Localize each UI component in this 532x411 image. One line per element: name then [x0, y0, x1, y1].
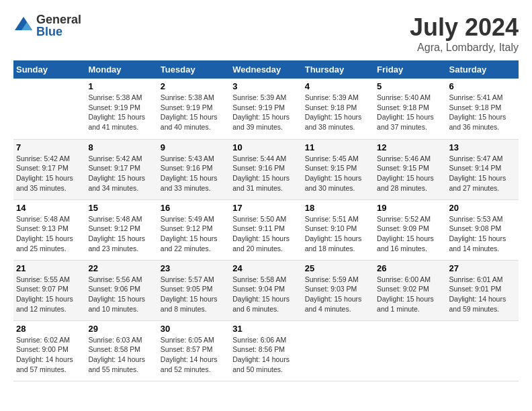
calendar-cell: 9Sunrise: 5:43 AMSunset: 9:16 PMDaylight… [158, 139, 230, 199]
day-number: 14 [16, 203, 83, 213]
day-info: Sunrise: 5:55 AMSunset: 9:07 PMDaylight:… [16, 275, 83, 314]
day-number: 23 [161, 263, 227, 273]
header-sunday: Sunday [13, 60, 85, 79]
day-info: Sunrise: 5:39 AMSunset: 9:19 PMDaylight:… [232, 93, 299, 132]
header: General Blue July 2024 Agra, Lombardy, I… [13, 13, 519, 54]
calendar-body: 1Sunrise: 5:38 AMSunset: 9:19 PMDaylight… [13, 79, 519, 381]
day-number: 5 [377, 81, 443, 91]
calendar-cell: 21Sunrise: 5:55 AMSunset: 9:07 PMDayligh… [13, 260, 85, 320]
header-wednesday: Wednesday [230, 60, 302, 79]
calendar-cell: 28Sunrise: 6:02 AMSunset: 9:00 PMDayligh… [13, 320, 85, 381]
day-number: 1 [88, 81, 154, 91]
day-info: Sunrise: 5:45 AMSunset: 9:15 PMDaylight:… [305, 154, 371, 193]
day-number: 20 [449, 203, 516, 213]
day-info: Sunrise: 5:49 AMSunset: 9:12 PMDaylight:… [161, 214, 227, 254]
header-monday: Monday [85, 60, 157, 79]
day-number: 3 [232, 81, 299, 91]
calendar-cell: 16Sunrise: 5:49 AMSunset: 9:12 PMDayligh… [158, 199, 230, 260]
day-number: 4 [305, 81, 371, 91]
header-saturday: Saturday [447, 60, 519, 79]
day-number: 16 [161, 203, 227, 213]
calendar-cell: 1Sunrise: 5:38 AMSunset: 9:19 PMDaylight… [85, 79, 157, 139]
day-info: Sunrise: 5:46 AMSunset: 9:15 PMDaylight:… [377, 154, 443, 193]
week-row-3: 14Sunrise: 5:48 AMSunset: 9:13 PMDayligh… [13, 199, 519, 260]
month-title: July 2024 [410, 13, 519, 42]
day-info: Sunrise: 5:51 AMSunset: 9:10 PMDaylight:… [305, 214, 371, 254]
calendar-cell: 18Sunrise: 5:51 AMSunset: 9:10 PMDayligh… [302, 199, 374, 260]
day-number: 10 [232, 142, 299, 152]
day-info: Sunrise: 6:06 AMSunset: 8:56 PMDaylight:… [232, 335, 299, 375]
calendar-cell: 19Sunrise: 5:52 AMSunset: 9:09 PMDayligh… [374, 199, 446, 260]
week-row-2: 7Sunrise: 5:42 AMSunset: 9:17 PMDaylight… [13, 139, 519, 199]
calendar-cell: 7Sunrise: 5:42 AMSunset: 9:17 PMDaylight… [13, 139, 85, 199]
day-number: 8 [88, 142, 154, 152]
calendar-cell: 26Sunrise: 6:00 AMSunset: 9:02 PMDayligh… [374, 260, 446, 320]
day-number: 15 [88, 203, 154, 213]
day-number: 7 [16, 142, 83, 152]
calendar-cell: 15Sunrise: 5:48 AMSunset: 9:12 PMDayligh… [85, 199, 157, 260]
week-row-4: 21Sunrise: 5:55 AMSunset: 9:07 PMDayligh… [13, 260, 519, 320]
day-info: Sunrise: 6:00 AMSunset: 9:02 PMDaylight:… [377, 275, 443, 314]
day-info: Sunrise: 5:52 AMSunset: 9:09 PMDaylight:… [377, 214, 443, 254]
calendar-cell [374, 320, 446, 381]
day-info: Sunrise: 5:43 AMSunset: 9:16 PMDaylight:… [161, 154, 227, 193]
calendar-cell: 14Sunrise: 5:48 AMSunset: 9:13 PMDayligh… [13, 199, 85, 260]
calendar-cell: 5Sunrise: 5:40 AMSunset: 9:18 PMDaylight… [374, 79, 446, 139]
header-thursday: Thursday [302, 60, 374, 79]
calendar-cell: 31Sunrise: 6:06 AMSunset: 8:56 PMDayligh… [230, 320, 302, 381]
logo-general: General [36, 13, 81, 26]
day-number: 11 [305, 142, 371, 152]
day-info: Sunrise: 5:39 AMSunset: 9:18 PMDaylight:… [305, 93, 371, 132]
day-number: 6 [449, 81, 516, 91]
day-info: Sunrise: 5:42 AMSunset: 9:17 PMDaylight:… [16, 154, 83, 193]
day-info: Sunrise: 5:44 AMSunset: 9:16 PMDaylight:… [232, 154, 299, 193]
header-row: SundayMondayTuesdayWednesdayThursdayFrid… [13, 60, 519, 79]
day-info: Sunrise: 5:53 AMSunset: 9:08 PMDaylight:… [449, 214, 516, 254]
day-info: Sunrise: 6:05 AMSunset: 8:57 PMDaylight:… [161, 335, 227, 375]
day-number: 2 [161, 81, 227, 91]
title-area: July 2024 Agra, Lombardy, Italy [410, 13, 519, 54]
day-number: 18 [305, 203, 371, 213]
day-info: Sunrise: 5:41 AMSunset: 9:18 PMDaylight:… [449, 93, 516, 132]
day-info: Sunrise: 6:01 AMSunset: 9:01 PMDaylight:… [449, 275, 516, 314]
calendar-cell: 13Sunrise: 5:47 AMSunset: 9:14 PMDayligh… [447, 139, 519, 199]
location-title: Agra, Lombardy, Italy [410, 42, 519, 54]
day-info: Sunrise: 6:02 AMSunset: 9:00 PMDaylight:… [16, 335, 83, 375]
day-info: Sunrise: 6:03 AMSunset: 8:58 PMDaylight:… [88, 335, 154, 375]
calendar-cell: 12Sunrise: 5:46 AMSunset: 9:15 PMDayligh… [374, 139, 446, 199]
day-number: 29 [88, 324, 154, 334]
calendar-cell [447, 320, 519, 381]
calendar-cell: 4Sunrise: 5:39 AMSunset: 9:18 PMDaylight… [302, 79, 374, 139]
calendar-cell: 11Sunrise: 5:45 AMSunset: 9:15 PMDayligh… [302, 139, 374, 199]
day-number: 9 [161, 142, 227, 152]
calendar-cell: 3Sunrise: 5:39 AMSunset: 9:19 PMDaylight… [230, 79, 302, 139]
day-info: Sunrise: 5:56 AMSunset: 9:06 PMDaylight:… [88, 275, 154, 314]
day-info: Sunrise: 5:40 AMSunset: 9:18 PMDaylight:… [377, 93, 443, 132]
calendar-table: SundayMondayTuesdayWednesdayThursdayFrid… [13, 60, 519, 381]
day-number: 12 [377, 142, 443, 152]
day-number: 26 [377, 263, 443, 273]
day-number: 28 [16, 324, 83, 334]
calendar-cell: 25Sunrise: 5:59 AMSunset: 9:03 PMDayligh… [302, 260, 374, 320]
day-number: 13 [449, 142, 516, 152]
calendar-cell: 8Sunrise: 5:42 AMSunset: 9:17 PMDaylight… [85, 139, 157, 199]
logo: General Blue [13, 13, 81, 38]
calendar-cell: 2Sunrise: 5:38 AMSunset: 9:19 PMDaylight… [158, 79, 230, 139]
calendar-cell: 22Sunrise: 5:56 AMSunset: 9:06 PMDayligh… [85, 260, 157, 320]
day-number: 31 [232, 324, 299, 334]
calendar-cell [13, 79, 85, 139]
day-number: 25 [305, 263, 371, 273]
day-number: 22 [88, 263, 154, 273]
day-info: Sunrise: 5:47 AMSunset: 9:14 PMDaylight:… [449, 154, 516, 193]
calendar-cell: 10Sunrise: 5:44 AMSunset: 9:16 PMDayligh… [230, 139, 302, 199]
day-info: Sunrise: 5:59 AMSunset: 9:03 PMDaylight:… [305, 275, 371, 314]
day-number: 19 [377, 203, 443, 213]
calendar-cell: 29Sunrise: 6:03 AMSunset: 8:58 PMDayligh… [85, 320, 157, 381]
calendar-cell: 6Sunrise: 5:41 AMSunset: 9:18 PMDaylight… [447, 79, 519, 139]
day-info: Sunrise: 5:38 AMSunset: 9:19 PMDaylight:… [88, 93, 154, 132]
week-row-5: 28Sunrise: 6:02 AMSunset: 9:00 PMDayligh… [13, 320, 519, 381]
header-tuesday: Tuesday [158, 60, 230, 79]
day-number: 17 [232, 203, 299, 213]
day-info: Sunrise: 5:42 AMSunset: 9:17 PMDaylight:… [88, 154, 154, 193]
day-info: Sunrise: 5:48 AMSunset: 9:13 PMDaylight:… [16, 214, 83, 254]
